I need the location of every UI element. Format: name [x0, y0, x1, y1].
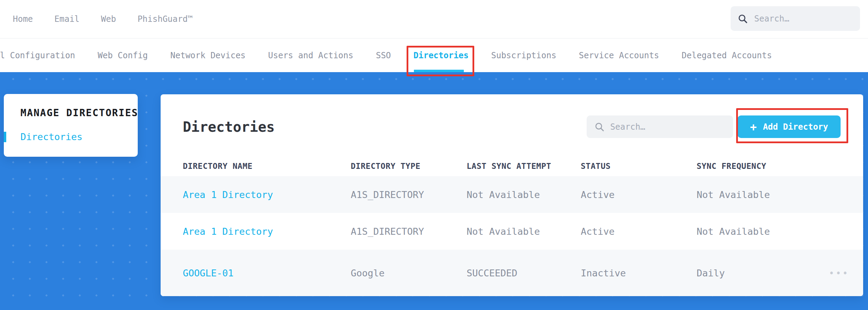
global-search-input[interactable]: [754, 14, 853, 24]
last-sync-cell: Not Available: [467, 226, 581, 237]
add-directory-button-label: Add Directory: [763, 122, 828, 132]
last-sync-cell: Not Available: [467, 189, 581, 200]
tab-directories[interactable]: Directories: [414, 38, 469, 72]
column-header-status: STATUS: [581, 162, 697, 171]
tab-delegated-accounts[interactable]: Delegated Accounts: [682, 38, 772, 72]
table-row: Area 1 Directory A1S_DIRECTORY Not Avail…: [161, 176, 863, 213]
tab-service-accounts[interactable]: Service Accounts: [579, 38, 659, 72]
directory-name-link[interactable]: Area 1 Directory: [183, 189, 351, 200]
tabs-strip: Email Configuration Web Config Network D…: [0, 38, 868, 72]
app-root: Home Email Web PhishGuard™ Email Configu…: [0, 0, 868, 310]
column-header-directory-name: DIRECTORY NAME: [183, 162, 351, 171]
tab-email-configuration[interactable]: Email Configuration: [0, 38, 75, 72]
directories-table: DIRECTORY NAME DIRECTORY TYPE LAST SYNC …: [161, 156, 863, 296]
tab-users-and-actions[interactable]: Users and Actions: [268, 38, 354, 72]
directory-name-link[interactable]: GOOGLE-01: [183, 268, 351, 278]
search-icon: [738, 14, 748, 24]
directory-search-input[interactable]: [610, 122, 725, 132]
column-header-last-sync-attempt: LAST SYNC ATTEMPT: [467, 162, 581, 171]
row-actions-cell: •••: [818, 268, 849, 278]
add-directory-button[interactable]: + Add Directory: [738, 115, 841, 138]
tab-subscriptions[interactable]: Subscriptions: [491, 38, 556, 72]
nav-item-web[interactable]: Web: [101, 14, 116, 24]
directories-panel: Directories + Add Directory: [161, 94, 863, 296]
status-cell: Active: [581, 189, 697, 200]
top-navigation-bar: Home Email Web PhishGuard™: [0, 0, 868, 38]
directory-name-link[interactable]: Area 1 Directory: [183, 226, 351, 237]
table-row: Area 1 Directory A1S_DIRECTORY Not Avail…: [161, 213, 863, 250]
settings-tab-bar: Email Configuration Web Config Network D…: [0, 38, 868, 72]
last-sync-cell: SUCCEEDED: [467, 268, 581, 278]
panel-header: Directories + Add Directory: [161, 94, 863, 138]
sync-frequency-cell: Not Available: [697, 226, 818, 237]
nav-item-home[interactable]: Home: [13, 14, 33, 24]
directory-search-box[interactable]: [587, 115, 733, 138]
nav-item-phishguard[interactable]: PhishGuard™: [137, 14, 193, 24]
tab-web-config[interactable]: Web Config: [98, 38, 148, 72]
table-header-row: DIRECTORY NAME DIRECTORY TYPE LAST SYNC …: [161, 156, 863, 176]
column-header-directory-type: DIRECTORY TYPE: [351, 162, 467, 171]
table-row: GOOGLE-01 Google SUCCEEDED Inactive Dail…: [161, 250, 863, 296]
directory-type-cell: Google: [351, 268, 467, 278]
nav-item-email[interactable]: Email: [54, 14, 79, 24]
sync-frequency-cell: Not Available: [697, 189, 818, 200]
sidebar-title: MANAGE DIRECTORIES: [4, 107, 138, 119]
manage-directories-card: MANAGE DIRECTORIES Directories: [4, 94, 138, 157]
page-title: Directories: [183, 116, 275, 138]
sidebar-item-directories[interactable]: Directories: [4, 132, 138, 142]
top-nav-links: Home Email Web PhishGuard™: [0, 14, 193, 24]
directory-type-cell: A1S_DIRECTORY: [351, 189, 467, 200]
workspace-background: MANAGE DIRECTORIES Directories Directori…: [0, 72, 868, 310]
ellipsis-menu-icon[interactable]: •••: [829, 269, 849, 278]
directory-type-cell: A1S_DIRECTORY: [351, 226, 467, 237]
status-cell: Inactive: [581, 268, 697, 278]
tab-sso[interactable]: SSO: [376, 38, 391, 72]
sync-frequency-cell: Daily: [697, 268, 818, 278]
search-icon: [594, 122, 605, 132]
panel-controls: + Add Directory: [587, 115, 841, 138]
tab-network-devices[interactable]: Network Devices: [170, 38, 246, 72]
plus-icon: +: [750, 121, 757, 132]
global-search-box[interactable]: [731, 6, 860, 31]
column-header-sync-frequency: SYNC FREQUENCY: [697, 162, 818, 171]
status-cell: Active: [581, 226, 697, 237]
